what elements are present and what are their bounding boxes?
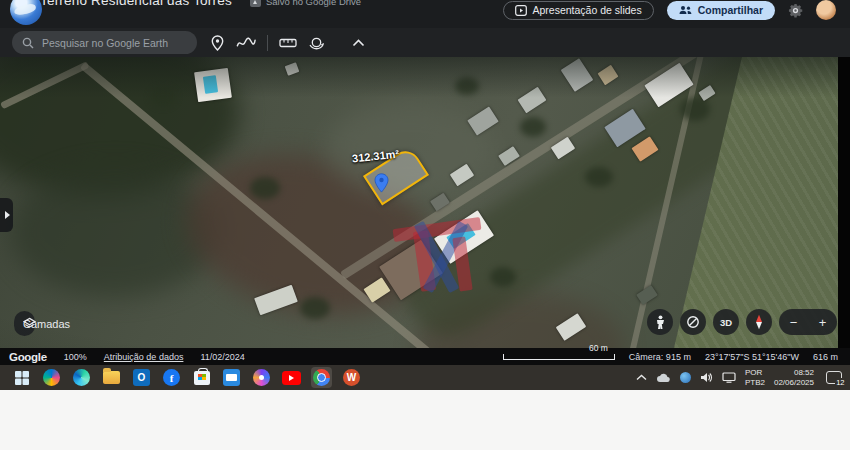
language-indicator[interactable]: POR PTB2: [745, 368, 765, 387]
map-tree: [520, 117, 546, 137]
titlebar: Terreno Residencial das Torres Salvo no …: [0, 0, 850, 28]
slash-circle-icon: [686, 315, 700, 329]
settings-gear-icon[interactable]: [788, 3, 803, 18]
map-tree: [585, 167, 613, 187]
imagery-date: 11/02/2024: [200, 352, 244, 362]
edge-button[interactable]: [71, 367, 92, 388]
facebook-icon: f: [163, 369, 180, 386]
layers-label: Camadas: [23, 318, 70, 330]
map-building: [285, 62, 300, 76]
3d-button[interactable]: 3D: [713, 309, 739, 335]
placemark-pin-icon[interactable]: [210, 35, 225, 51]
start-button[interactable]: [11, 367, 32, 388]
volume-icon[interactable]: [700, 372, 713, 383]
zoom-control: − +: [779, 309, 837, 335]
windows-taskbar: O f W POR PTB2 08:52 02/06/2025 1: [0, 365, 850, 390]
slideshow-button[interactable]: Apresentação de slides: [503, 1, 654, 20]
saved-status: Salvo no Google Drive: [266, 0, 361, 7]
widgets-button[interactable]: [41, 367, 62, 388]
scale-bar: 60 m: [503, 354, 615, 360]
file-explorer-icon: [103, 371, 120, 384]
mail-icon: [223, 369, 240, 386]
chrome-icon: [313, 369, 330, 386]
measure-ruler-icon[interactable]: [279, 37, 297, 49]
wordpress-icon: W: [343, 369, 360, 386]
toolbar-divider: [267, 35, 268, 51]
youtube-icon: [282, 371, 301, 385]
compass-needle-icon: [754, 314, 764, 330]
3d-label: 3D: [720, 317, 732, 328]
google-earth-logo[interactable]: [10, 0, 42, 25]
zoom-in-button[interactable]: +: [819, 316, 827, 329]
search-box[interactable]: [12, 31, 197, 54]
file-explorer-button[interactable]: [101, 367, 122, 388]
share-button[interactable]: Compartilhar: [667, 1, 775, 20]
placemark-pin[interactable]: [374, 173, 389, 193]
map-building: [636, 285, 658, 305]
map-building: [518, 87, 547, 113]
map-controls: 3D − +: [647, 309, 837, 335]
search-icon: [22, 37, 34, 49]
onedrive-cloud-icon[interactable]: [656, 373, 671, 383]
map-tree: [490, 267, 516, 287]
tray-chevron-up-icon[interactable]: [636, 374, 647, 381]
drive-icon: [250, 0, 261, 7]
side-panel-toggle[interactable]: [0, 198, 13, 232]
coordinates: 23°17'57"S 51°15'46"W: [705, 352, 799, 362]
compass-button[interactable]: [746, 309, 772, 335]
youtube-button[interactable]: [281, 367, 302, 388]
teams-icon[interactable]: [680, 372, 691, 383]
pegman-icon: [655, 315, 666, 330]
desktop-empty-area: [0, 390, 850, 450]
toolbar: [0, 28, 850, 57]
project-title: Terreno Residencial das Torres: [40, 0, 232, 8]
network-icon[interactable]: [722, 372, 736, 383]
google-logo: Google: [9, 351, 47, 363]
wordpress-button[interactable]: W: [341, 367, 362, 388]
ms-store-icon: [194, 371, 210, 385]
attribution-link[interactable]: Atribuição de dados: [104, 352, 184, 362]
photos-icon: [253, 369, 270, 386]
zoom-out-button[interactable]: −: [790, 316, 798, 329]
map-tree: [455, 77, 479, 95]
avatar[interactable]: [816, 0, 836, 20]
camera-altitude: Câmera: 915 m: [629, 352, 691, 362]
chrome-button-active[interactable]: [311, 367, 332, 388]
search-input[interactable]: [42, 37, 182, 49]
pegman-button[interactable]: [647, 309, 673, 335]
people-icon: [679, 5, 692, 15]
orbit-globe-icon[interactable]: [308, 34, 325, 51]
elevation: 616 m: [813, 352, 838, 362]
map-building: [561, 58, 594, 92]
right-letterbox: [838, 57, 850, 348]
map-tree: [150, 87, 176, 107]
slideshow-label: Apresentação de slides: [533, 4, 642, 16]
chevron-up-icon[interactable]: [352, 39, 365, 47]
outlook-icon: O: [133, 369, 150, 386]
notification-count-badge: 12: [835, 378, 846, 387]
toggle-overlays-button[interactable]: [680, 309, 706, 335]
map-pool: [203, 75, 218, 94]
presentation-icon: [515, 5, 527, 16]
scale-label: 60 m: [589, 343, 608, 353]
zoom-percent: 100%: [64, 352, 87, 362]
ms-store-button[interactable]: [191, 367, 212, 388]
draw-path-icon[interactable]: [236, 36, 256, 49]
map-tree: [680, 97, 710, 121]
outlook-button[interactable]: O: [131, 367, 152, 388]
clock[interactable]: 08:52 02/06/2025: [774, 368, 814, 387]
share-label: Compartilhar: [698, 4, 763, 16]
satellite-map[interactable]: 312.31m² Camadas 3D −: [0, 57, 850, 348]
layers-button[interactable]: Camadas: [14, 311, 35, 336]
windows-start-icon: [14, 370, 30, 386]
map-tree: [250, 177, 280, 199]
notification-center-button[interactable]: 12: [826, 371, 842, 384]
google-earth-window: Terreno Residencial das Torres Salvo no …: [0, 0, 850, 365]
mail-button[interactable]: [221, 367, 242, 388]
statusbar: Google 100% Atribuição de dados 11/02/20…: [0, 348, 850, 365]
widgets-icon: [43, 369, 60, 386]
facebook-button[interactable]: f: [161, 367, 182, 388]
photos-button[interactable]: [251, 367, 272, 388]
screen: Terreno Residencial das Torres Salvo no …: [0, 0, 850, 450]
map-building: [597, 65, 618, 85]
